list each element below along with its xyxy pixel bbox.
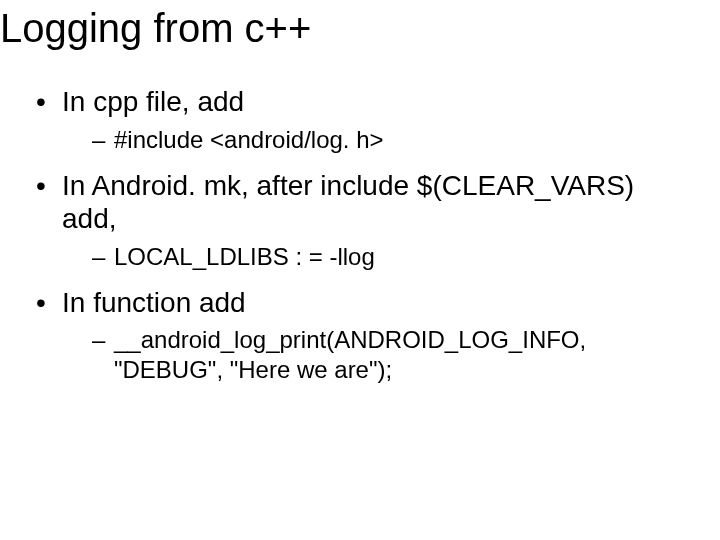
bullet-text: In cpp file, add [62,86,244,117]
bullet-text: In Android. mk, after include $(CLEAR_VA… [62,170,634,235]
sub-list: __android_log_print(ANDROID_LOG_INFO, "D… [62,325,680,385]
sub-item: #include <android/log. h> [92,125,680,155]
sub-list: LOCAL_LDLIBS : = -llog [62,242,680,272]
sub-list: #include <android/log. h> [62,125,680,155]
sub-item: LOCAL_LDLIBS : = -llog [92,242,680,272]
slide-title: Logging from c++ [0,6,720,51]
bullet-item: In Android. mk, after include $(CLEAR_VA… [36,169,680,272]
bullet-item: In function add __android_log_print(ANDR… [36,286,680,386]
bullet-list: In cpp file, add #include <android/log. … [0,85,720,385]
bullet-item: In cpp file, add #include <android/log. … [36,85,680,155]
slide: Logging from c++ In cpp file, add #inclu… [0,0,720,540]
sub-text: #include <android/log. h> [114,126,384,153]
sub-item: __android_log_print(ANDROID_LOG_INFO, "D… [92,325,680,385]
sub-text: __android_log_print(ANDROID_LOG_INFO, "D… [114,326,586,383]
sub-text: LOCAL_LDLIBS : = -llog [114,243,375,270]
bullet-text: In function add [62,287,246,318]
